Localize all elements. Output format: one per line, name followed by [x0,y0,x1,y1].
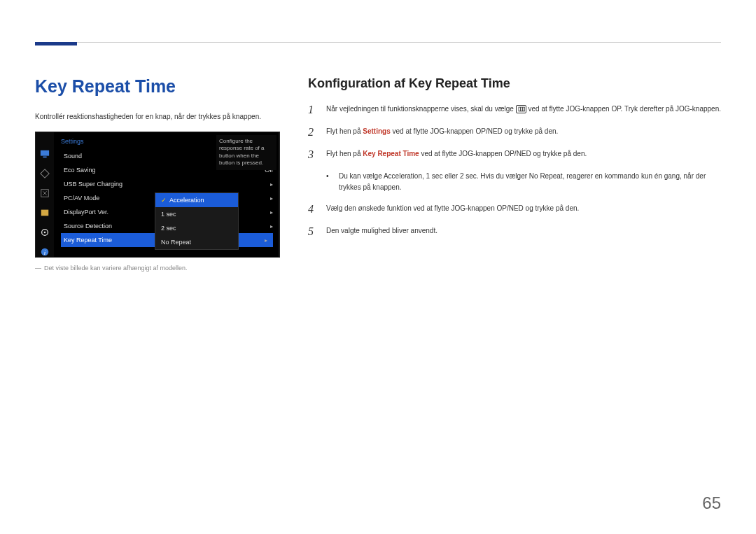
page-number: 65 [702,493,721,513]
menu-icon: ▯▯▯ [516,105,526,113]
step-body: Flyt hen på Key Repeat Time ved at flytt… [326,148,721,160]
chevron-right-icon [270,209,273,216]
bullet-body: Du kan vælge Acceleration, 1 sec eller 2… [339,171,721,193]
svg-rect-0 [41,150,49,156]
step-bullet: • Du kan vælge Acceleration, 1 sec eller… [326,171,721,193]
osd-sub-2sec: 2 sec [155,221,238,235]
step-number: 1 [308,104,316,116]
image-caption: ―Det viste billede kan variere afhængigt… [35,265,280,272]
step-number: 3 [308,148,316,161]
top-rule [77,42,721,43]
step-number: 5 [308,225,316,238]
step-2: 2 Flyt hen på Settings ved at flytte JOG… [308,126,721,139]
osd-sub-1sec: 1 sec [155,207,238,221]
config-title: Konfiguration af Key Repeat Time [308,76,721,91]
intro-text: Kontrollér reaktionshastigheden for en k… [35,112,280,122]
step-number: 4 [308,203,316,216]
osd-sub-acceleration: Acceleration [155,193,238,207]
osd-sub-norepeat: No Repeat [155,235,238,249]
check-icon [161,197,167,204]
osd-tooltip: Configure the response rate of a button … [216,135,276,170]
bullet-icon: • [326,171,329,193]
chevron-right-icon [265,237,267,244]
diamond-icon [40,169,50,178]
resize-icon [40,188,50,198]
osd-item-usb: USB Super Charging [61,177,279,191]
list-icon [40,208,50,218]
step-4: 4 Vælg den ønskede funktion ved at flytt… [308,203,721,216]
chevron-right-icon [270,223,273,230]
svg-rect-3 [41,210,49,216]
gear-icon [40,227,50,237]
svg-point-5 [44,232,46,234]
step-body: Flyt hen på Settings ved at flytte JOG-k… [326,126,721,137]
step-body: Vælg den ønskede funktion ved at flytte … [326,203,721,214]
step-3: 3 Flyt hen på Key Repeat Time ved at fly… [308,148,721,161]
step-1: 1 Når vejledningen til funktionsknappern… [308,104,721,116]
chevron-right-icon [270,195,273,202]
section-title: Key Repeat Time [35,76,280,97]
info-icon: i [40,247,50,257]
step-body: Når vejledningen til funktionsknapperne … [326,104,721,115]
svg-rect-1 [43,157,46,158]
osd-submenu: Acceleration 1 sec 2 sec No Repeat [155,192,239,250]
osd-screenshot: i Settings Sound Eco SavingOff USB Super… [35,132,280,258]
step-5: 5 Den valgte mulighed bliver anvendt. [308,225,721,238]
accent-bar [35,42,77,45]
chevron-right-icon [270,181,273,188]
step-body: Den valgte mulighed bliver anvendt. [326,225,721,237]
osd-sidebar-icons: i [36,132,54,257]
monitor-icon [40,149,50,159]
step-number: 2 [308,126,316,139]
